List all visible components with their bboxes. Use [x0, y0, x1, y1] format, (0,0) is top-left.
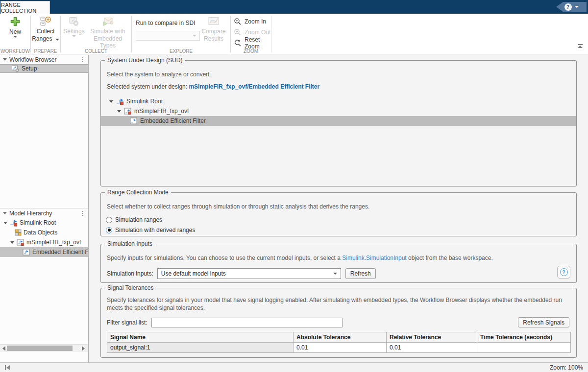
chevron-down-icon [13, 36, 17, 38]
filter-row: Filter signal list: Refresh Signals [107, 317, 570, 328]
signal-tolerances-table: Signal Name Absolute Tolerance Relative … [107, 332, 571, 353]
collapse-ribbon-button[interactable] [577, 44, 584, 50]
tree-item-simulink-root[interactable]: Simulink Root [0, 218, 88, 228]
radio-label: Simulation ranges [115, 216, 162, 223]
ribbon-group-prepare: Collect Ranges PREPARE [31, 14, 60, 54]
subsystem-icon [23, 249, 30, 256]
chevron-down-icon [575, 6, 579, 8]
data-objects-icon [15, 229, 22, 236]
ribbon-group-explore: Run to compare in SDI Compare Results EX… [132, 14, 230, 54]
simulation-inputs-combobox-value: Use default model inputs [161, 270, 226, 277]
sud-tree-item-model[interactable]: mSimpleFIR_fxp_ovf [101, 106, 576, 116]
column-header-time-tolerance[interactable]: Time Tolerance (seconds) [477, 332, 571, 343]
model-hierarchy-menu-button[interactable] [80, 210, 85, 217]
radio-icon-selected [106, 227, 112, 233]
time-tolerance-cell[interactable] [477, 343, 571, 353]
workflow-browser-menu-button[interactable] [80, 56, 85, 63]
zoom-in-label: Zoom In [245, 18, 266, 25]
simulink-root-icon [10, 219, 18, 227]
refresh-signals-button[interactable]: Refresh Signals [518, 317, 569, 327]
group-label-collect: COLLECT [61, 48, 131, 54]
scroll-right-arrow[interactable] [82, 346, 85, 351]
tree-item-data-objects[interactable]: Data Objects [0, 228, 88, 237]
simulationinput-doc-link[interactable]: Simulink.SimulationInput [342, 255, 406, 261]
ribbon-group-zoom: Zoom In Zoom Out Reset Zoom ZOOM [231, 14, 271, 54]
column-header-signal-name[interactable]: Signal Name [107, 332, 294, 343]
tree-item-embedded-efficient-filter[interactable]: Embedded Efficient Filter [0, 247, 88, 257]
toolstrip-ribbon: New WORKFLOW Collect Ranges PREPARE [0, 14, 588, 54]
tree-item-model[interactable]: mSimpleFIR_fxp_ovf [0, 237, 88, 247]
scroll-left-arrow[interactable] [2, 346, 5, 351]
run-to-compare-label: Run to compare in SDI [136, 20, 195, 26]
radio-simulation-ranges[interactable]: Simulation ranges [106, 216, 576, 224]
simulate-label-line2: Embedded Types [85, 35, 130, 49]
new-button[interactable]: New [5, 15, 25, 38]
section-signal-tolerances: Signal Tolerances Specify tolerances for… [100, 288, 577, 358]
sud-tree-item-label: Simulink Root [126, 98, 163, 105]
signal-name-link[interactable]: output_signal:1 [107, 343, 294, 353]
model-hierarchy-title: Model Hierarchy [9, 210, 78, 217]
column-header-absolute-tolerance[interactable]: Absolute Tolerance [294, 332, 387, 343]
collect-ranges-label-line2: Ranges [32, 35, 59, 42]
group-label-explore: EXPLORE [132, 48, 230, 54]
main-content: System Under Design (SUD) Select the sys… [89, 55, 588, 362]
sidebar-horizontal-scrollbar[interactable] [0, 344, 88, 352]
sud-tree-item-label: Embedded Efficient Filter [140, 117, 206, 124]
simulation-inputs-row: Simulation inputs: Use default model inp… [107, 268, 570, 279]
zoom-in-button[interactable]: Zoom In [234, 16, 266, 26]
settings-button: Settings [63, 15, 85, 37]
simulate-envelope-icon [101, 15, 114, 27]
column-header-relative-tolerance[interactable]: Relative Tolerance [387, 332, 477, 343]
model-icon [17, 239, 24, 246]
workflow-item-setup[interactable]: Setup [0, 64, 88, 73]
help-question-button[interactable]: ? [557, 266, 570, 279]
si-description-text: object from the base workspace. [407, 255, 493, 261]
sud-tree-item-embedded-efficient-filter[interactable]: Embedded Efficient Filter [101, 116, 576, 126]
sud-tree-item-simulink-root[interactable]: Simulink Root [101, 96, 576, 106]
compare-results-button: Compare Results [198, 15, 229, 42]
model-hierarchy-header[interactable]: Model Hierarchy [0, 209, 88, 218]
radio-simulation-derived-ranges[interactable]: Simulation with derived ranges [106, 226, 576, 234]
settings-icon [68, 15, 80, 27]
tab-range-collection[interactable]: RANGE COLLECTION [0, 1, 50, 14]
sud-description: Select the system to analyze or convert. [107, 70, 570, 78]
simulink-root-icon [116, 98, 124, 105]
sud-selected-system-link[interactable]: mSimpleFIR_fxp_ovf/Embedded Efficient Fi… [189, 83, 319, 90]
sdi-run-combobox [136, 31, 200, 41]
collapse-left-icon [5, 365, 6, 370]
radio-label: Simulation with derived ranges [115, 227, 195, 233]
reset-zoom-button[interactable]: Reset Zoom [234, 38, 271, 48]
compare-results-label-line2: Results [204, 35, 223, 42]
group-label-prepare: PREPARE [31, 48, 60, 54]
tree-item-label: Data Objects [24, 229, 57, 236]
relative-tolerance-cell[interactable]: 0.01 [387, 343, 477, 353]
workflow-item-setup-label: Setup [22, 65, 37, 72]
new-button-label: New [9, 28, 21, 35]
simulate-embedded-types-button: Simulate with Embedded Types [85, 15, 130, 49]
refresh-button[interactable]: Refresh [345, 268, 376, 279]
absolute-tolerance-cell[interactable]: 0.01 [294, 343, 387, 353]
sud-tree: Simulink Root mSimpleFIR_fxp_ovf [101, 96, 576, 126]
sud-selected-line: Selected system under design: mSimpleFIR… [107, 83, 570, 90]
left-sidebar: Workflow Browser Setup Model Hierarchy [0, 55, 89, 362]
ribbon-group-collect: Settings Simulate with Embedded Types CO… [61, 14, 131, 54]
help-button[interactable]: ? [556, 2, 587, 12]
filter-signal-list-input[interactable] [151, 318, 343, 327]
chevron-down-icon [193, 35, 196, 37]
model-hierarchy-panel: Model Hierarchy Simulink Root [0, 208, 88, 257]
simulation-inputs-label: Simulation inputs: [107, 270, 153, 277]
workflow-browser-header[interactable]: Workflow Browser [0, 55, 88, 64]
compare-results-label-line1: Compare [201, 28, 225, 35]
expand-caret-icon [3, 222, 7, 224]
collect-ranges-button[interactable]: Collect Ranges [32, 15, 59, 42]
collapse-caret-icon [3, 58, 7, 61]
collapse-left-icon [6, 365, 10, 370]
scrollbar-thumb[interactable] [7, 346, 73, 351]
table-row: output_signal:1 0.01 0.01 [107, 343, 571, 353]
tree-item-label: Embedded Efficient Filter [32, 249, 88, 256]
simulation-inputs-combobox[interactable]: Use default model inputs [157, 268, 341, 279]
model-icon [124, 108, 132, 115]
collapse-sidebar-button[interactable] [5, 365, 10, 370]
si-description: Specify inputs for simulations. You can … [107, 254, 570, 262]
simulate-label-line1: Simulate with [90, 28, 125, 35]
